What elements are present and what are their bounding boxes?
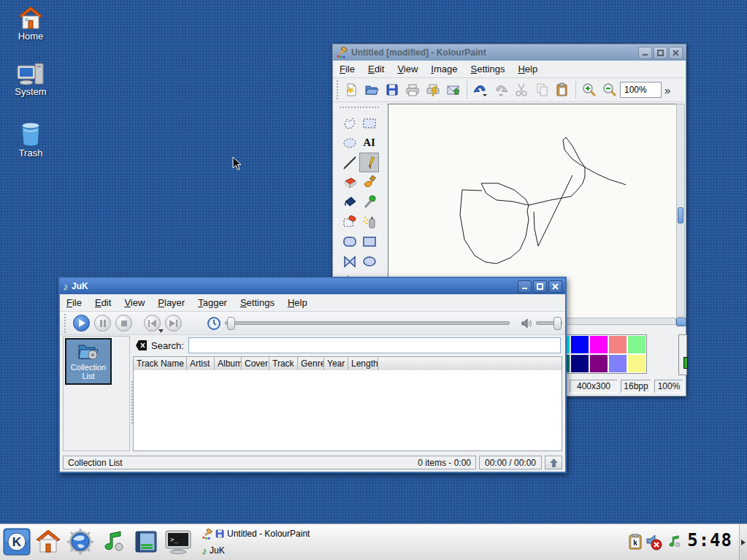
pause-button[interactable] (94, 315, 111, 331)
palette-color[interactable] (570, 354, 589, 373)
tool-elliptical-selection[interactable] (340, 133, 359, 153)
zoom-level-combobox[interactable]: 100% (620, 82, 662, 98)
tool-color-eraser[interactable] (340, 212, 359, 231)
toolbar-handle[interactable] (336, 80, 340, 100)
scrollbar-corner[interactable] (676, 318, 686, 326)
organizer-launcher[interactable] (131, 527, 161, 556)
tool-spray-can[interactable] (359, 212, 379, 231)
menu-image[interactable]: Image (424, 61, 464, 77)
palette-color[interactable] (570, 335, 589, 354)
column-album[interactable]: Album (215, 357, 242, 370)
track-table[interactable]: Track Name Artist Album Cover Track Genr… (133, 356, 562, 451)
menu-edit[interactable]: Edit (88, 295, 118, 310)
vertical-scroll-thumb[interactable] (678, 207, 683, 223)
menu-settings[interactable]: Settings (464, 61, 511, 77)
tool-brush[interactable] (359, 172, 379, 192)
home-launcher[interactable] (34, 527, 63, 556)
sidebar-item-collection-list[interactable]: Collection List (65, 338, 112, 385)
track-list-empty-area[interactable] (134, 370, 562, 450)
stop-button[interactable] (115, 315, 132, 331)
tool-rectangle[interactable] (359, 231, 379, 251)
menu-settings[interactable]: Settings (234, 295, 281, 310)
desktop-icon-home[interactable]: Home (1, 6, 60, 42)
mail-image-button[interactable] (443, 80, 464, 100)
volume-slider-handle[interactable] (553, 317, 562, 330)
tray-kmix-muted[interactable] (646, 533, 663, 551)
palette-color[interactable] (608, 354, 627, 373)
save-button[interactable] (382, 80, 402, 100)
desktop-icon-trash[interactable]: Trash (1, 121, 60, 158)
palette-color[interactable] (627, 354, 646, 373)
tool-ellipse[interactable] (359, 251, 379, 271)
menu-view[interactable]: View (391, 61, 424, 77)
desktop-icon-system[interactable]: System (1, 63, 60, 97)
column-cover[interactable]: Cover (242, 357, 269, 370)
menu-edit[interactable]: Edit (361, 61, 391, 77)
taskbar-window-juk[interactable]: ♪ JuK (202, 542, 225, 559)
maximize-button[interactable] (654, 47, 667, 59)
seek-slider-handle[interactable] (227, 317, 235, 330)
new-document-button[interactable] (341, 80, 361, 100)
column-artist[interactable]: Artist (187, 357, 215, 370)
previous-dropdown-arrow[interactable] (158, 329, 164, 333)
menu-tagger[interactable]: Tagger (191, 295, 234, 310)
juk-launcher[interactable] (99, 527, 129, 556)
kolourpaint-titlebar[interactable]: Untitled [modified] - KolourPaint (333, 45, 686, 61)
tool-text[interactable]: AI (359, 133, 379, 153)
column-length[interactable]: Length (348, 357, 378, 370)
column-year[interactable]: Year (324, 357, 348, 370)
menu-help[interactable]: Help (281, 295, 314, 310)
zoom-out-button[interactable] (599, 80, 620, 100)
cut-button[interactable] (511, 80, 532, 100)
undo-button[interactable] (470, 80, 491, 100)
palette-color[interactable] (608, 335, 627, 354)
print-quick-button[interactable] (423, 80, 443, 100)
print-button[interactable] (402, 80, 423, 100)
search-input[interactable] (188, 337, 561, 353)
column-track[interactable]: Track (269, 357, 298, 370)
tray-klipper[interactable]: k (627, 533, 644, 551)
toolbar-handle[interactable] (64, 313, 67, 333)
tray-juk[interactable] (666, 533, 683, 551)
volume-slider[interactable] (536, 321, 562, 325)
zoom-in-button[interactable] (579, 80, 599, 100)
taskbar-window-kolourpaint[interactable]: Untitled - KolourPaint (202, 526, 310, 542)
tool-polygon[interactable] (340, 251, 359, 271)
tool-flood-fill[interactable] (340, 192, 359, 212)
close-button[interactable] (548, 280, 562, 293)
minimize-button[interactable] (638, 47, 652, 59)
tool-rectangular-selection[interactable] (359, 113, 379, 133)
close-button[interactable] (669, 47, 683, 59)
tool-rounded-rectangle[interactable] (340, 231, 359, 251)
palette-color[interactable] (589, 335, 608, 354)
panel-hide-button[interactable] (739, 524, 747, 560)
redo-button[interactable] (491, 80, 511, 100)
palette-color[interactable] (627, 335, 646, 354)
clear-search-icon[interactable] (136, 340, 147, 350)
juk-titlebar[interactable]: ♪ JuK (60, 278, 565, 294)
column-genre[interactable]: Genre (298, 357, 324, 370)
play-button[interactable] (73, 315, 90, 331)
tool-color-picker[interactable] (359, 192, 379, 212)
toolbox-handle[interactable] (339, 106, 380, 110)
menu-help[interactable]: Help (511, 61, 544, 77)
menu-view[interactable]: View (118, 295, 151, 310)
konsole-launcher[interactable]: >_ (164, 527, 193, 556)
maximize-button[interactable] (533, 280, 547, 293)
tool-line[interactable] (340, 153, 359, 172)
copy-button[interactable] (532, 80, 552, 100)
menu-player[interactable]: Player (151, 295, 191, 310)
tool-pen[interactable] (359, 153, 379, 172)
k-menu-button[interactable]: K (2, 527, 31, 556)
seek-slider[interactable] (225, 321, 510, 325)
juk-window[interactable]: ♪ JuK File Edit View Player Tagger Setti… (58, 277, 567, 473)
tool-free-form-selection[interactable] (340, 113, 359, 133)
show-player-button[interactable] (545, 456, 562, 469)
previous-button[interactable] (144, 315, 161, 331)
canvas-vertical-scrollbar[interactable] (676, 104, 685, 317)
tool-eraser[interactable] (340, 172, 359, 192)
open-button[interactable] (361, 80, 382, 100)
palette-color[interactable] (589, 354, 608, 373)
panel-clock[interactable]: 5:48 (687, 530, 732, 551)
menu-file[interactable]: File (60, 295, 88, 310)
